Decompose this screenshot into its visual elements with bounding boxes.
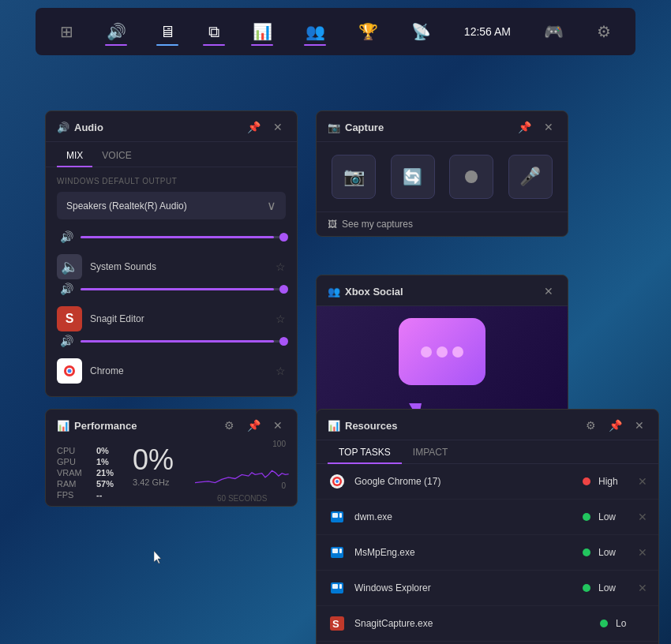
- snagit-favorite[interactable]: ☆: [276, 313, 286, 325]
- bubble-dot-3: [452, 346, 463, 358]
- explorer-impact-dot: [583, 584, 590, 592]
- capture-panel: 📷 Capture 📌 ✕ 📷 🔄 🎤 🖼 See my captures: [316, 110, 568, 237]
- snagit-resource-svg: S: [329, 616, 345, 631]
- cpu-percent: 0%: [133, 446, 179, 474]
- snagit-impact-dot: [600, 620, 608, 627]
- mic-mute-button[interactable]: 🎤: [508, 155, 553, 199]
- performance-body: CPU 0% GPU 1% VRAM 21% RAM 57% FPS -- 0%…: [46, 440, 297, 506]
- audio-panel: 🔊 Audio 📌 ✕ MIX VOICE WINDOWS DEFAULT OU…: [45, 110, 298, 397]
- msmpeng-app-icon: [328, 543, 347, 562]
- system-sounds-favorite[interactable]: ☆: [276, 260, 286, 273]
- system-sounds-name: System Sounds: [90, 261, 268, 272]
- tab-top-tasks[interactable]: TOP TASKS: [328, 440, 402, 464]
- tab-mix[interactable]: MIX: [57, 144, 92, 167]
- resources-settings-button[interactable]: ⚙: [583, 417, 599, 433]
- snagit-fill: [81, 340, 274, 343]
- xbox-close-button[interactable]: ✕: [541, 283, 557, 299]
- vol-icon-snagit: 🔊: [58, 335, 74, 347]
- msmpeng-impact-text: Low: [598, 547, 630, 558]
- taskbar-controller[interactable]: 🎮: [538, 19, 570, 44]
- msmpeng-resource-close[interactable]: ✕: [638, 546, 647, 559]
- taskbar-users[interactable]: 👥: [299, 19, 332, 44]
- dot-icon: [465, 170, 478, 183]
- explorer-app-icon: [328, 578, 347, 597]
- taskbar-trophy[interactable]: 🏆: [352, 19, 384, 44]
- system-sounds-slider[interactable]: [81, 288, 284, 290]
- ram-label: RAM: [57, 479, 96, 489]
- taskbar-widgets[interactable]: ⊞: [54, 19, 80, 44]
- audio-close-button[interactable]: ✕: [270, 119, 286, 135]
- performance-pin-button[interactable]: 📌: [244, 417, 264, 433]
- svg-point-2: [68, 369, 72, 373]
- tab-voice[interactable]: VOICE: [92, 144, 141, 167]
- cpu-label: CPU: [57, 446, 96, 455]
- fps-label: FPS: [57, 490, 96, 500]
- explorer-resource-row: Windows Explorer Low ✕: [317, 571, 658, 606]
- snagit-resource-name: SnagitCapture.exe: [354, 618, 592, 629]
- chrome-resource-close[interactable]: ✕: [638, 475, 647, 488]
- display2-taskbar-icon: ⧉: [208, 23, 219, 41]
- chrome-favorite[interactable]: ☆: [276, 365, 286, 377]
- master-volume-slider[interactable]: [81, 236, 284, 238]
- vol-icon-system: 🔊: [58, 283, 74, 295]
- chrome-icon: [61, 362, 78, 380]
- performance-close-button[interactable]: ✕: [270, 417, 286, 433]
- taskbar-audio[interactable]: 🔊: [100, 19, 133, 44]
- performance-settings-button[interactable]: ⚙: [221, 417, 238, 433]
- resources-close-button[interactable]: ✕: [632, 417, 647, 433]
- performance-header: 📊 Performance ⚙ 📌 ✕: [46, 410, 297, 440]
- system-sounds-thumb: [279, 285, 288, 294]
- audio-pin-button[interactable]: 📌: [244, 119, 264, 135]
- display-underline: [156, 44, 178, 46]
- chart-taskbar-icon: 📊: [253, 22, 272, 41]
- tab-impact[interactable]: IMPACT: [402, 440, 459, 464]
- screenshot-icon: 📷: [343, 167, 365, 187]
- cpu-freq: 3.42 GHz: [133, 477, 179, 487]
- taskbar-clock: 12:56 AM: [458, 22, 517, 41]
- svg-rect-12: [339, 549, 342, 553]
- performance-title-icon: 📊: [57, 420, 69, 432]
- snagit-row: S Snagit Editor ☆: [57, 306, 286, 331]
- audio-content: WINDOWS DEFAULT OUTPUT Speakers (Realtek…: [46, 167, 297, 396]
- trophy-taskbar-icon: 🏆: [358, 22, 378, 41]
- dwm-impact-dot: [583, 513, 590, 521]
- see-captures-link[interactable]: 🖼 See my captures: [317, 212, 568, 236]
- capture-buttons-row: 📷 🔄 🎤: [317, 142, 568, 212]
- chart-underline: [251, 44, 273, 46]
- performance-panel: 📊 Performance ⚙ 📌 ✕ CPU 0% GPU 1% VRAM 2…: [45, 409, 298, 507]
- capture-pin-button[interactable]: 📌: [515, 119, 534, 135]
- system-sounds-row: 🔈 System Sounds ☆: [57, 254, 286, 279]
- audio-device-row[interactable]: Speakers (Realtek(R) Audio) ∨: [57, 192, 286, 219]
- screenshot-button[interactable]: 📷: [332, 155, 376, 199]
- snagit-slider[interactable]: [81, 340, 284, 343]
- performance-title: 📊 Performance: [57, 420, 137, 432]
- gpu-label: GPU: [57, 457, 96, 466]
- resources-pin-button[interactable]: 📌: [605, 417, 625, 433]
- chrome-resource-name: Google Chrome (17): [354, 476, 575, 487]
- taskbar-performance[interactable]: 📊: [246, 19, 279, 44]
- vram-label: VRAM: [57, 468, 96, 477]
- xbox-title: 👥 Xbox Social: [328, 286, 403, 298]
- capture-title: 📷 Capture: [328, 122, 384, 133]
- explorer-resource-name: Windows Explorer: [354, 582, 575, 593]
- explorer-icon: [329, 580, 345, 596]
- svg-rect-14: [332, 584, 338, 589]
- record-button[interactable]: 🔄: [391, 155, 435, 199]
- msmpeng-impact-dot: [583, 549, 590, 556]
- record-icon: 🔄: [403, 167, 422, 186]
- taskbar-display[interactable]: 🖥: [153, 20, 182, 44]
- capture-controls: 📌 ✕: [515, 119, 557, 135]
- snagit-resource-row: S SnagitCapture.exe Lo: [317, 606, 658, 642]
- snagit-resource-icon: S: [328, 614, 347, 633]
- capture-close-button[interactable]: ✕: [541, 119, 557, 135]
- taskbar-display2[interactable]: ⧉: [202, 20, 226, 44]
- dwm-resource-close[interactable]: ✕: [638, 511, 647, 523]
- snagit-name: Snagit Editor: [90, 313, 268, 324]
- dot-button[interactable]: [449, 155, 493, 199]
- explorer-resource-close[interactable]: ✕: [638, 582, 647, 594]
- taskbar-settings[interactable]: ⚙: [590, 19, 617, 44]
- svg-rect-11: [332, 549, 338, 553]
- dwm-impact-text: Low: [598, 511, 630, 522]
- taskbar-broadcast[interactable]: 📡: [405, 19, 437, 44]
- gpu-value: 1%: [96, 457, 114, 466]
